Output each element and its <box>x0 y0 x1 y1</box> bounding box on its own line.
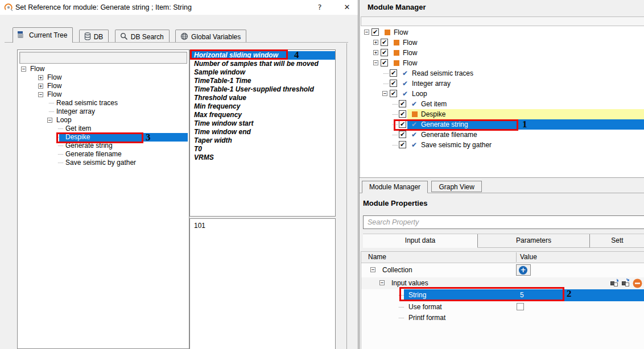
tree-expander[interactable]: + <box>38 84 43 89</box>
tree-filter-input[interactable] <box>19 52 187 64</box>
search-property-input[interactable] <box>364 216 644 228</box>
module-check-icon: ✔ <box>402 80 410 88</box>
dialog-titlebar[interactable]: Set Reference for module: Generate strin… <box>0 0 358 15</box>
module-tree-toolbar[interactable] <box>361 16 644 26</box>
remove-value-icon[interactable] <box>633 279 642 288</box>
reference-list-item[interactable]: TimeTable-1 Time <box>190 77 335 85</box>
tree-expander[interactable]: + <box>38 75 43 80</box>
module-checkbox[interactable]: ✔ <box>390 80 397 87</box>
annotation-box-2 <box>399 287 564 301</box>
close-button[interactable]: ✕ <box>337 1 357 14</box>
module-checkbox[interactable]: ✔ <box>390 90 397 97</box>
dialog-tree-item[interactable]: Generate filename <box>18 150 189 159</box>
add-collection-button[interactable]: + <box>516 264 531 276</box>
reference-list-item[interactable]: Time window start <box>190 119 335 128</box>
dialog-tree-item[interactable]: Save seismic by gather <box>18 159 189 167</box>
annotation-box-4 <box>190 49 288 60</box>
properties-tab-bar: Input data Parameters Sett <box>363 234 644 247</box>
tree-expander[interactable]: − <box>379 280 385 285</box>
tab-module-manager[interactable]: Module Manager <box>362 181 428 193</box>
tab-db-search[interactable]: DB Search <box>115 30 170 43</box>
tree-expander[interactable]: − <box>382 91 387 96</box>
reference-list-item[interactable]: Min frequency <box>190 102 335 111</box>
dialog-tree-item[interactable]: −Loop <box>18 116 189 124</box>
tab-settings[interactable]: Sett <box>590 234 644 248</box>
tab-global-variables[interactable]: Global Variables <box>175 30 246 43</box>
tree-expander[interactable]: − <box>21 67 26 72</box>
application-window: Set Reference for module: Generate strin… <box>0 0 644 349</box>
dialog-tree-item[interactable]: +Flow <box>18 73 189 82</box>
tree-expander[interactable]: − <box>38 92 43 97</box>
reference-list-item[interactable]: Sample window <box>190 68 335 77</box>
tree-connector <box>58 163 63 163</box>
table-row-collection[interactable]: − Collection + <box>361 263 644 277</box>
module-checkbox[interactable]: ✔ <box>399 100 406 107</box>
tree-expander[interactable]: − <box>47 118 52 123</box>
tree-expander[interactable]: − <box>373 60 378 65</box>
column-divider[interactable] <box>516 252 517 262</box>
tree-expander[interactable]: + <box>373 50 378 55</box>
module-checkbox[interactable]: ✔ <box>399 131 406 138</box>
reference-list-item[interactable]: VRMS <box>190 153 335 162</box>
reference-list-item[interactable]: Number of samples that will be moved <box>190 60 335 68</box>
tree-item-label: Read seismic traces <box>56 99 118 107</box>
module-checkbox[interactable]: ✔ <box>399 141 406 148</box>
module-tree-item[interactable]: +✔Flow <box>361 38 644 48</box>
module-tree-item[interactable]: ✔✔Save seismic by gather <box>361 140 644 150</box>
module-tree-item[interactable]: −✔Flow <box>361 27 644 38</box>
module-checkbox[interactable]: ✔ <box>381 49 388 56</box>
tab-db[interactable]: DB <box>79 30 109 43</box>
module-check-icon: ✔ <box>411 131 419 139</box>
tree-connector <box>383 84 389 84</box>
flow-icon <box>411 110 419 118</box>
tab-parameters[interactable]: Parameters <box>478 234 590 248</box>
reference-list-item[interactable]: T0 <box>190 145 335 153</box>
append-value-icon[interactable] <box>622 279 630 286</box>
module-checkbox[interactable]: ✔ <box>390 69 397 77</box>
insert-value-icon[interactable] <box>610 279 618 286</box>
dialog-tree-item[interactable]: −Flow <box>18 90 189 99</box>
reference-list-item[interactable]: Time window end <box>190 128 335 136</box>
module-item-label: Loop <box>412 89 427 99</box>
module-checkbox[interactable]: ✔ <box>381 59 388 67</box>
dialog-tree-item[interactable]: Integer array <box>18 107 189 116</box>
dialog-title: Set Reference for module: Generate strin… <box>15 3 192 11</box>
module-tree-item[interactable]: ✔✔Read seismic traces <box>361 68 644 78</box>
module-checkbox[interactable]: ✔ <box>399 110 406 118</box>
use-format-checkbox[interactable] <box>517 303 524 310</box>
module-tree-item[interactable]: ✔✔Generate filename <box>361 130 644 140</box>
tree-expander[interactable]: + <box>373 40 378 45</box>
table-row-use-format[interactable]: Use format <box>361 301 644 313</box>
module-tree-item[interactable]: ✔✔Get item <box>361 99 644 109</box>
plus-icon: + <box>519 266 527 275</box>
module-item-label: Flow <box>403 58 417 68</box>
tab-graph-view[interactable]: Graph View <box>431 181 481 192</box>
reference-list-item[interactable]: TimeTable-1 User-supplied threshold <box>190 85 335 94</box>
tab-input-data[interactable]: Input data <box>363 234 478 248</box>
dialog-frame-edge <box>346 43 347 349</box>
annotation-number-3: 3 <box>146 132 151 143</box>
help-button[interactable]: ? <box>310 1 329 14</box>
tree-expander[interactable]: − <box>370 267 375 272</box>
tab-current-tree[interactable]: Current Tree <box>13 27 73 43</box>
module-tree-item[interactable]: ✔✔Integer array <box>361 78 644 89</box>
set-reference-dialog: Set Reference for module: Generate strin… <box>0 0 358 349</box>
reference-list-item[interactable]: Threshold value <box>190 94 335 102</box>
module-checkbox[interactable]: ✔ <box>371 28 379 36</box>
reference-list-item[interactable]: Taper width <box>190 136 335 145</box>
dialog-tree-item[interactable]: +Flow <box>18 82 189 90</box>
module-tree-item[interactable]: ✔Despike <box>361 109 644 119</box>
dialog-tree-item[interactable]: Read seismic traces <box>18 99 189 107</box>
table-row-printf-format[interactable]: Printf format <box>361 313 644 323</box>
module-tree-item[interactable]: +✔Flow <box>361 48 644 58</box>
dialog-tree-item[interactable]: Get item <box>18 124 189 133</box>
value-preview-panel[interactable]: 101 <box>189 218 336 349</box>
dialog-tree-item[interactable]: −Flow <box>18 65 189 73</box>
module-tree-item[interactable]: −✔Flow <box>361 58 644 68</box>
reference-list-item[interactable]: Max frequency <box>190 111 335 119</box>
module-tree-item[interactable]: −✔✔Loop <box>361 89 644 99</box>
tree-connector <box>393 145 398 146</box>
module-tree: −✔Flow+✔Flow+✔Flow−✔Flow✔✔Read seismic t… <box>361 27 644 150</box>
module-checkbox[interactable]: ✔ <box>381 39 388 46</box>
tree-expander[interactable]: − <box>364 30 369 35</box>
